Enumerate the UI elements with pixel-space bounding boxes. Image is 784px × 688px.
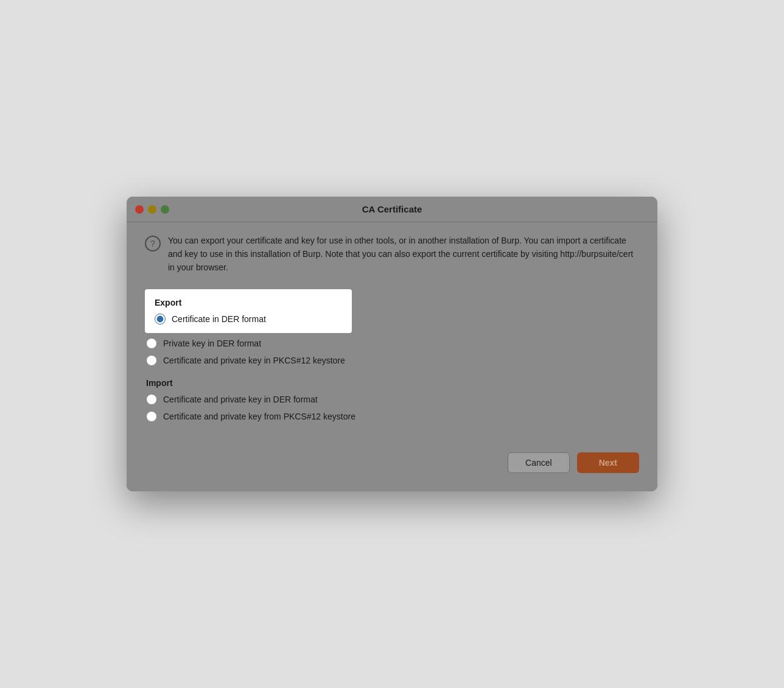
cancel-button[interactable]: Cancel	[508, 452, 570, 473]
options-container: Export Certificate in DER format Private…	[145, 289, 639, 422]
window-controls	[135, 205, 169, 214]
label-import-der: Certificate and private key in DER forma…	[163, 395, 318, 404]
label-cert-der: Certificate in DER format	[172, 314, 266, 324]
next-button[interactable]: Next	[577, 452, 639, 473]
import-section-label: Import	[146, 378, 639, 388]
option-import-der[interactable]: Certificate and private key in DER forma…	[146, 394, 639, 405]
option-key-der[interactable]: Private key in DER format	[146, 338, 639, 349]
title-bar: CA Certificate	[127, 197, 657, 222]
radio-import-pkcs12[interactable]	[146, 411, 157, 422]
dialog-title: CA Certificate	[362, 204, 422, 214]
radio-key-der[interactable]	[146, 338, 157, 349]
other-export-options: Private key in DER format Certificate an…	[145, 338, 639, 366]
maximize-button[interactable]	[161, 205, 169, 214]
option-cert-der[interactable]: Certificate in DER format	[155, 314, 342, 325]
radio-cert-pkcs12[interactable]	[146, 355, 157, 366]
label-import-pkcs12: Certificate and private key from PKCS#12…	[163, 412, 355, 421]
export-panel: Export Certificate in DER format	[145, 289, 352, 333]
dialog-footer: Cancel Next	[127, 440, 657, 491]
info-text: You can export your certificate and key …	[168, 234, 639, 274]
help-icon: ?	[145, 236, 161, 251]
ca-certificate-dialog: CA Certificate ? You can export your cer…	[127, 197, 657, 491]
label-key-der: Private key in DER format	[163, 339, 261, 348]
export-section-label: Export	[155, 298, 342, 307]
dialog-content: ? You can export your certificate and ke…	[127, 222, 657, 440]
option-import-pkcs12[interactable]: Certificate and private key from PKCS#12…	[146, 411, 639, 422]
info-section: ? You can export your certificate and ke…	[145, 234, 639, 274]
option-cert-pkcs12[interactable]: Certificate and private key in PKCS#12 k…	[146, 355, 639, 366]
minimize-button[interactable]	[148, 205, 156, 214]
import-section: Import Certificate and private key in DE…	[145, 378, 639, 422]
radio-cert-der[interactable]	[155, 314, 166, 325]
close-button[interactable]	[135, 205, 144, 214]
label-cert-pkcs12: Certificate and private key in PKCS#12 k…	[163, 356, 345, 365]
radio-import-der[interactable]	[146, 394, 157, 405]
